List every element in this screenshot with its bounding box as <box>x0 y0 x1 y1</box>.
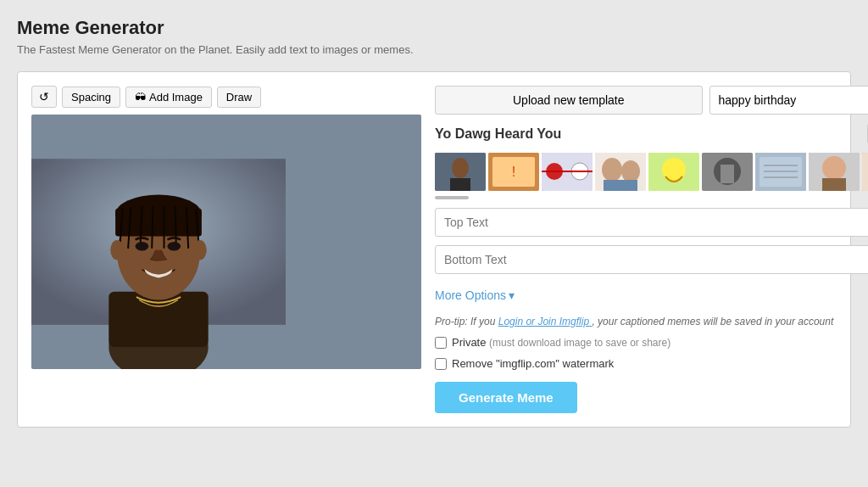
svg-point-17 <box>167 242 181 250</box>
right-panel: Upload new template Yo Dawg Heard You My… <box>435 86 868 413</box>
private-checkbox[interactable] <box>435 337 447 349</box>
svg-line-11 <box>152 206 153 249</box>
meme-title-row: Yo Dawg Heard You My Popular <box>435 123 868 144</box>
generate-button[interactable]: Generate Meme <box>435 382 577 413</box>
svg-rect-22 <box>450 178 470 191</box>
svg-point-18 <box>110 240 124 260</box>
refresh-button[interactable]: ↺ <box>31 86 57 108</box>
more-options-link[interactable]: More Options ▾ <box>435 288 515 302</box>
upload-template-label: Upload new template <box>513 93 625 107</box>
more-options-row: More Options ▾ Add Text <box>435 283 868 307</box>
thumbnail-2[interactable]: ! <box>488 153 539 191</box>
pro-tip: Pro-tip: If you Login or Join Imgflip , … <box>435 316 868 327</box>
private-checkbox-row: Private (must download image to save or … <box>435 336 868 349</box>
search-input[interactable] <box>709 86 869 115</box>
thumbnail-9[interactable]: ? <box>862 153 868 191</box>
thumbnail-5[interactable] <box>648 153 699 191</box>
page-title: Meme Generator <box>17 17 851 39</box>
scroll-indicator <box>435 196 469 199</box>
bottom-text-row: ⚙ <box>435 245 868 274</box>
meme-image-container <box>31 115 421 369</box>
draw-button[interactable]: Draw <box>217 87 261 108</box>
thumbnail-7[interactable] <box>755 153 806 191</box>
thumbnail-8[interactable] <box>809 153 860 191</box>
svg-point-31 <box>602 158 622 182</box>
chevron-down-icon: ▾ <box>509 288 515 302</box>
spacing-button[interactable]: Spacing <box>62 87 120 108</box>
thumbnails-row: ! <box>435 153 868 191</box>
main-container: ↺ Spacing 🕶 Add Image Draw <box>17 71 851 428</box>
watermark-label: Remove "imgflip.com" watermark <box>452 357 614 370</box>
svg-point-45 <box>822 156 846 180</box>
bottom-text-input[interactable] <box>435 245 868 274</box>
top-text-row: ⚙ <box>435 208 868 237</box>
more-options-label: More Options <box>435 288 506 302</box>
top-text-input[interactable] <box>435 208 868 237</box>
svg-rect-47 <box>862 153 868 191</box>
draw-label: Draw <box>226 91 252 104</box>
page-subtitle: The Fastest Meme Generator on the Planet… <box>17 42 851 58</box>
spacing-label: Spacing <box>71 91 111 104</box>
sunglasses-icon: 🕶 <box>135 91 146 104</box>
left-panel: ↺ Spacing 🕶 Add Image Draw <box>31 86 421 413</box>
svg-point-21 <box>452 158 469 178</box>
toolbar: ↺ Spacing 🕶 Add Image Draw <box>31 86 421 108</box>
thumbnails-section: ! <box>435 153 868 199</box>
svg-point-19 <box>193 240 207 260</box>
thumbnail-3[interactable] <box>542 153 593 191</box>
svg-point-35 <box>662 158 686 182</box>
svg-point-16 <box>136 242 149 250</box>
add-image-label: Add Image <box>149 91 203 104</box>
upload-template-button[interactable]: Upload new template <box>435 86 703 115</box>
svg-text:!: ! <box>512 165 515 179</box>
thumbnail-6[interactable] <box>702 153 753 191</box>
add-image-button[interactable]: 🕶 Add Image <box>125 87 212 108</box>
thumbnail-4[interactable] <box>595 153 646 191</box>
generate-label: Generate Meme <box>459 390 554 405</box>
svg-rect-7 <box>115 209 202 237</box>
bottom-row: Generate Meme Reset <box>435 382 868 413</box>
watermark-checkbox[interactable] <box>435 358 447 370</box>
meme-name: Yo Dawg Heard You <box>435 126 561 142</box>
svg-rect-3 <box>108 292 208 347</box>
login-link[interactable]: Login or Join Imgflip <box>498 316 593 327</box>
template-row: Upload new template <box>435 86 868 115</box>
svg-rect-38 <box>721 165 734 183</box>
svg-rect-46 <box>822 178 846 191</box>
watermark-checkbox-row: Remove "imgflip.com" watermark <box>435 357 868 370</box>
svg-rect-33 <box>604 180 637 191</box>
private-label: Private (must download image to save or … <box>452 336 670 349</box>
private-note: (must download image to save or share) <box>489 337 670 349</box>
svg-point-32 <box>621 160 640 182</box>
thumbnail-1[interactable] <box>435 153 486 191</box>
